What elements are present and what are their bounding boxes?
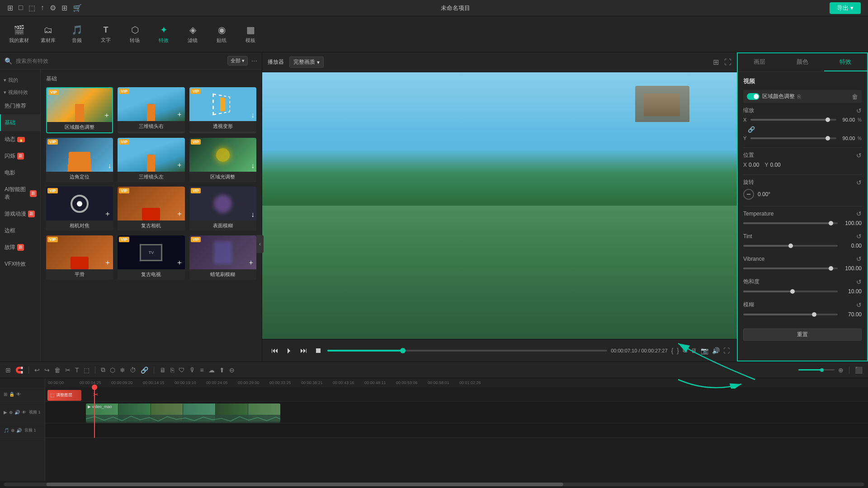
- delete-effect-button[interactable]: 🗑: [852, 93, 858, 100]
- position-reset[interactable]: ↺: [856, 152, 862, 159]
- icon-3[interactable]: ⬚: [28, 4, 35, 12]
- nav-group-my[interactable]: ▾ 我的: [0, 73, 40, 85]
- quality-dropdown[interactable]: 完整画质 ▾: [289, 56, 324, 68]
- timeline-tracks[interactable]: 00:00:00 00:00:04:25 00:00:09:20 00:00:1…: [45, 378, 868, 481]
- tl-cut[interactable]: ✂: [64, 366, 71, 375]
- link-scale-icon[interactable]: 🔗: [748, 126, 755, 133]
- stop-button[interactable]: ⏹: [313, 345, 324, 357]
- tl-delete[interactable]: 🗑: [53, 366, 61, 375]
- scale-reset[interactable]: ↺: [856, 107, 862, 114]
- toolbar-item-templates[interactable]: ▦ 模板: [241, 24, 260, 44]
- rotation-reset[interactable]: ↺: [856, 179, 862, 186]
- temperature-reset[interactable]: ↺: [856, 210, 862, 217]
- toolbar-item-text[interactable]: T 文字: [96, 25, 116, 43]
- toolbar-item-stickers[interactable]: ◉ 贴纸: [212, 24, 231, 44]
- tl-mic[interactable]: 🎙: [189, 366, 197, 375]
- effect-item-6[interactable]: VIP ↓ 区域光调整: [189, 138, 256, 182]
- saturation-reset[interactable]: ↺: [856, 278, 862, 286]
- tl-undo[interactable]: ↩: [33, 366, 41, 375]
- tl-minus[interactable]: ⊖: [228, 366, 236, 375]
- effect-item-3[interactable]: VIP ↓ 透视变形: [189, 87, 256, 133]
- toolbar-item-audio[interactable]: 🎵 音频: [67, 24, 87, 44]
- nav-item-flash[interactable]: 闪烁 新: [0, 148, 40, 164]
- effect-item-12[interactable]: VIP ＋ 蜡笔刷模糊: [189, 235, 256, 280]
- play-button[interactable]: ⏵: [284, 345, 295, 357]
- tl-plus[interactable]: ⊕: [837, 366, 844, 375]
- blur-slider[interactable]: [743, 314, 838, 315]
- toolbar-item-my[interactable]: 🎬 我的素材: [9, 24, 29, 44]
- tl-freeze[interactable]: ❄: [119, 366, 126, 375]
- scale-x-slider[interactable]: [750, 119, 836, 121]
- snapshot-icon[interactable]: 📷: [701, 347, 708, 354]
- tint-reset[interactable]: ↺: [856, 233, 862, 240]
- nav-item-game[interactable]: 游戏动漫 新: [0, 206, 40, 222]
- vibrance-reset[interactable]: ↺: [856, 255, 862, 263]
- icon-7[interactable]: 🛒: [73, 4, 82, 12]
- effect-item-2[interactable]: VIP ＋ 三维镜头右: [118, 87, 184, 133]
- tl-icon-magnet[interactable]: 🧲: [14, 366, 24, 375]
- nav-item-hot[interactable]: 热门推荐: [0, 98, 40, 114]
- skip-back-button[interactable]: ⏮: [269, 345, 280, 357]
- vibrance-slider[interactable]: [743, 267, 838, 269]
- toolbar-item-effects[interactable]: ✦ 特效: [154, 24, 174, 44]
- nav-item-glitch[interactable]: 故障 新: [0, 239, 40, 256]
- more-button[interactable]: ···: [251, 57, 257, 65]
- preview-icon-fullscreen[interactable]: ⛶: [724, 58, 731, 66]
- tl-layout[interactable]: ⬛: [854, 366, 863, 375]
- tl-text[interactable]: T: [74, 366, 80, 375]
- effect-item-10[interactable]: VIP ＋ 平滑: [46, 235, 113, 280]
- tl-copy2[interactable]: ⎘: [170, 366, 175, 375]
- adjust-layer-clip[interactable]: ⬚ 调整图层: [47, 390, 81, 401]
- zoom-track[interactable]: [798, 369, 835, 371]
- nav-item-film[interactable]: 电影: [0, 164, 40, 181]
- collapse-panel-button[interactable]: ‹: [256, 235, 264, 253]
- mark-in-icon[interactable]: {: [671, 347, 674, 354]
- preview-icon-grid[interactable]: ⊞: [713, 58, 719, 66]
- nav-item-border[interactable]: 边框: [0, 222, 40, 239]
- effect-item-4[interactable]: VIP ↓ 边角定位: [46, 138, 113, 182]
- effect-item-9[interactable]: VIP ↓ 表面模糊: [189, 187, 256, 231]
- mark-out-icon[interactable]: }: [677, 347, 679, 354]
- tl-link[interactable]: 🔗: [140, 366, 149, 375]
- nav-item-ai[interactable]: AI智能图表 新: [0, 181, 40, 206]
- effects-search-input[interactable]: [16, 58, 224, 64]
- tl-shield[interactable]: 🛡: [178, 366, 186, 375]
- temperature-slider[interactable]: [743, 222, 838, 224]
- effect-toggle[interactable]: [747, 93, 760, 100]
- tl-captions[interactable]: ≡: [199, 366, 205, 375]
- export-button[interactable]: 导出 ▾: [830, 2, 861, 14]
- effect-item-11[interactable]: TV VIP ＋ 复古电视: [118, 235, 184, 280]
- frame-forward-button[interactable]: ⏭: [298, 345, 309, 357]
- progress-bar[interactable]: [327, 350, 607, 352]
- icon-1[interactable]: ⊞: [7, 4, 13, 12]
- scale-y-slider[interactable]: [750, 137, 836, 139]
- tl-group[interactable]: ⧉: [100, 365, 106, 375]
- tab-layers[interactable]: 画层: [738, 53, 781, 71]
- clip-icon[interactable]: ⧉: [683, 347, 687, 354]
- tl-timer[interactable]: ⏱: [129, 366, 137, 375]
- nav-group-video[interactable]: ▾ 视频特效: [0, 85, 40, 98]
- toolbar-item-media[interactable]: 🗂 素材库: [38, 25, 58, 44]
- toolbar-item-filter[interactable]: ◈ 滤镜: [183, 24, 203, 44]
- effect-item-1[interactable]: VIP ＋ 区域颜色调整: [46, 87, 113, 133]
- screen-icon[interactable]: 🖥: [691, 347, 697, 354]
- blur-reset[interactable]: ↺: [856, 301, 862, 309]
- volume-icon[interactable]: 🔊: [712, 347, 720, 354]
- icon-5[interactable]: ⚙: [50, 4, 56, 12]
- tl-cloud[interactable]: ☁: [208, 366, 216, 375]
- saturation-slider[interactable]: [743, 291, 838, 292]
- tab-effects[interactable]: 特效: [824, 53, 867, 71]
- icon-4[interactable]: ↑: [41, 4, 44, 12]
- effect-item-7[interactable]: VIP ＋ 相机对焦: [46, 187, 113, 231]
- tl-crop[interactable]: ⬚: [83, 366, 90, 375]
- effect-item-5[interactable]: VIP ＋ 三维镜头左: [118, 138, 184, 182]
- nav-item-basic[interactable]: 基础: [0, 114, 40, 131]
- nav-item-vfx[interactable]: VFX特效: [0, 256, 40, 272]
- fullscreen-icon[interactable]: ⛶: [723, 347, 730, 354]
- icon-2[interactable]: □: [19, 4, 23, 12]
- effect-item-8[interactable]: VIP ＋ 复古相机: [118, 187, 184, 231]
- reset-all-button[interactable]: 重置: [743, 328, 862, 341]
- timeline-scrollbar[interactable]: [4, 483, 864, 486]
- tl-icon-grid[interactable]: ⊞: [5, 366, 12, 375]
- rotation-wheel[interactable]: [743, 189, 754, 200]
